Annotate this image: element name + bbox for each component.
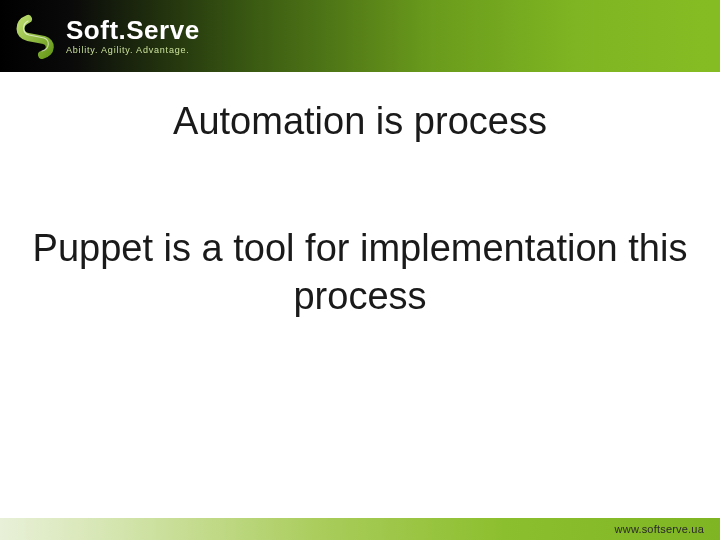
brand-logo: Soft.Serve Ability. Agility. Advantage. [14, 13, 200, 59]
footer-url: www.softserve.ua [615, 523, 704, 535]
slide-footer: www.softserve.ua [0, 518, 720, 540]
slide-body: Puppet is a tool for implementation this… [10, 225, 710, 320]
slide-header: Soft.Serve Ability. Agility. Advantage. [0, 0, 720, 72]
slide: Soft.Serve Ability. Agility. Advantage. … [0, 0, 720, 540]
brand-text: Soft.Serve Ability. Agility. Advantage. [66, 17, 200, 55]
brand-tagline: Ability. Agility. Advantage. [66, 46, 200, 55]
brand-name: Soft.Serve [66, 17, 200, 43]
slide-title: Automation is process [0, 100, 720, 143]
softserve-logo-icon [14, 13, 60, 59]
